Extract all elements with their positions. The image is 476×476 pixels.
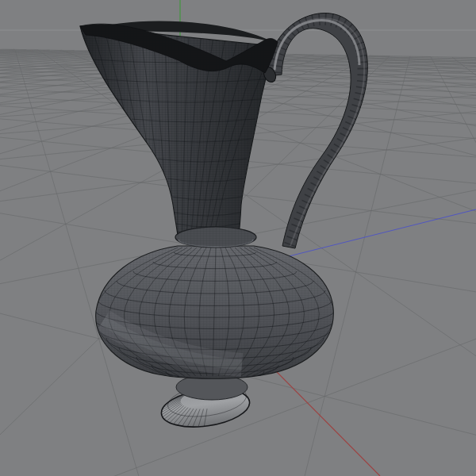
viewport-3d[interactable] xyxy=(0,0,476,476)
pitcher-collar[interactable] xyxy=(175,227,256,248)
pitcher-model[interactable] xyxy=(78,13,367,432)
pitcher-foot[interactable] xyxy=(159,374,251,432)
pitcher-body[interactable] xyxy=(94,244,338,385)
pitcher-handle[interactable] xyxy=(261,13,367,248)
scene-svg xyxy=(0,0,476,476)
